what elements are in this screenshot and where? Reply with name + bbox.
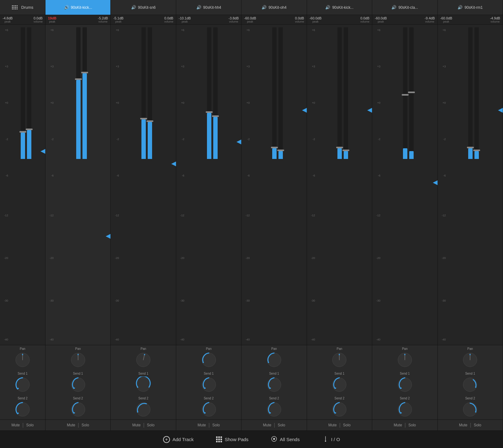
fader-track-ch6-2[interactable] bbox=[409, 27, 414, 159]
fader-fill-drums-2 bbox=[27, 130, 31, 159]
fader-track-ch3-1[interactable] bbox=[207, 27, 211, 159]
mute-solo-ch1: Mute | Solo bbox=[45, 419, 110, 430]
fader-track-ch6-1[interactable] bbox=[403, 27, 407, 159]
pan-arrow-ch3[interactable]: ◀ bbox=[236, 138, 241, 145]
fader-handle-ch7-2[interactable] bbox=[473, 150, 480, 151]
send2-knob-ch6[interactable] bbox=[397, 401, 413, 418]
fader-handle-ch1-1[interactable] bbox=[75, 78, 82, 80]
mute-button-drums[interactable]: Mute bbox=[12, 423, 20, 427]
pan-knob-drums[interactable] bbox=[14, 352, 31, 368]
pan-knob-ch2[interactable] bbox=[135, 352, 151, 368]
fader-handle-ch3-1[interactable] bbox=[206, 111, 213, 113]
mute-button-ch1[interactable]: Mute bbox=[67, 423, 75, 427]
fader-handle-drums-2[interactable] bbox=[26, 129, 33, 130]
pan-arrow-ch4[interactable]: ◀ bbox=[302, 106, 307, 113]
send2-knob-ch7[interactable] bbox=[462, 401, 478, 418]
fader-track-ch7-1[interactable] bbox=[468, 27, 473, 159]
solo-button-ch4[interactable]: Solo bbox=[278, 423, 285, 427]
fader-handle-ch7-1[interactable] bbox=[467, 147, 474, 148]
fader-handle-ch2-2[interactable] bbox=[146, 120, 153, 122]
solo-button-ch3[interactable]: Solo bbox=[212, 423, 220, 427]
channel-header-4[interactable]: 🔊 90sKit-kick... bbox=[307, 0, 372, 15]
send1-knob-ch4[interactable] bbox=[266, 377, 282, 393]
io-button[interactable]: I / O bbox=[317, 433, 345, 445]
send2-knob-ch4[interactable] bbox=[266, 401, 282, 418]
pan-knob-ch3[interactable] bbox=[201, 352, 217, 368]
pan-arrow-drums[interactable]: ◀ bbox=[40, 147, 45, 155]
fader-handle-drums-1[interactable] bbox=[19, 131, 26, 133]
send1-knob-ch2[interactable] bbox=[135, 377, 151, 393]
send1-knob-ch5[interactable] bbox=[331, 377, 347, 393]
fader-track-ch5-2[interactable] bbox=[344, 27, 348, 159]
fader-track-ch2-1[interactable] bbox=[141, 27, 146, 159]
fader-handle-ch1-2[interactable] bbox=[81, 72, 88, 73]
pan-knob-ch6[interactable] bbox=[397, 352, 413, 368]
send2-knob-ch5[interactable] bbox=[331, 401, 347, 418]
pan-knob-ch7[interactable] bbox=[462, 352, 478, 368]
solo-button-ch2[interactable]: Solo bbox=[147, 423, 155, 427]
fader-track-ch1-1[interactable] bbox=[76, 27, 81, 159]
pan-arrow-ch7[interactable]: ◀ bbox=[498, 106, 503, 113]
solo-button-ch7[interactable]: Solo bbox=[474, 423, 481, 427]
fader-track-ch1-2[interactable] bbox=[82, 27, 87, 159]
add-track-button[interactable]: + Add Track bbox=[158, 434, 199, 445]
mute-button-ch5[interactable]: Mute bbox=[328, 423, 337, 427]
send2-section-ch5: Send 2 bbox=[307, 395, 372, 419]
mute-button-ch3[interactable]: Mute bbox=[198, 423, 206, 427]
fader-handle-ch6-1[interactable] bbox=[402, 94, 409, 96]
mute-button-ch7[interactable]: Mute bbox=[459, 423, 468, 427]
fader-track-ch5-1[interactable] bbox=[337, 27, 342, 159]
fader-handle-ch2-1[interactable] bbox=[140, 118, 147, 119]
pan-arrow-ch2[interactable]: ◀ bbox=[171, 160, 176, 167]
fader-track-ch7-2[interactable] bbox=[474, 27, 479, 159]
fader-fill-ch5-2 bbox=[344, 151, 348, 159]
channel-header-6[interactable]: 🔊 90sKit-rm1 bbox=[438, 0, 503, 15]
send2-knob-ch1[interactable] bbox=[70, 401, 86, 418]
fader-track-ch3-2[interactable] bbox=[213, 27, 218, 159]
pan-knob-ch5[interactable] bbox=[331, 352, 347, 368]
mute-button-ch4[interactable]: Mute bbox=[263, 423, 272, 427]
fader-track-ch4-1[interactable] bbox=[272, 27, 277, 159]
fader-track-drums-2[interactable] bbox=[27, 27, 31, 159]
channel-header-5[interactable]: 🔊 90sKit-cla... bbox=[372, 0, 437, 15]
pan-section-ch4: Pan bbox=[241, 345, 306, 370]
mute-button-ch6[interactable]: Mute bbox=[394, 423, 402, 427]
solo-button-ch6[interactable]: Solo bbox=[408, 423, 416, 427]
send1-knob-ch7[interactable] bbox=[462, 377, 478, 393]
fader-handle-ch6-2[interactable] bbox=[408, 92, 415, 93]
drums-header-cell[interactable]: Drums bbox=[0, 0, 45, 15]
fader-handle-ch3-2[interactable] bbox=[212, 115, 219, 117]
mute-button-ch2[interactable]: Mute bbox=[132, 423, 141, 427]
send2-knob-drums[interactable] bbox=[14, 401, 31, 418]
fader-handle-ch5-2[interactable] bbox=[342, 150, 349, 151]
solo-button-drums[interactable]: Solo bbox=[26, 423, 34, 427]
svg-point-14 bbox=[136, 378, 150, 392]
channel-header-2[interactable]: 🔊 90sKit-hh4 bbox=[176, 0, 241, 15]
pan-arrow-ch5[interactable]: ◀ bbox=[367, 106, 372, 113]
fader-track-drums-1[interactable] bbox=[21, 27, 25, 159]
pan-knob-ch1[interactable] bbox=[70, 352, 86, 368]
show-pads-button[interactable]: Show Pads bbox=[211, 434, 253, 445]
fader-handle-ch4-1[interactable] bbox=[271, 147, 278, 148]
pan-arrow-ch6[interactable]: ◀ bbox=[433, 178, 437, 186]
channel-header-0[interactable]: 🔊 90sKit-kick... bbox=[45, 0, 111, 15]
send1-knob-ch1[interactable] bbox=[70, 377, 86, 393]
channel-header-1[interactable]: 🔊 90sKit-sn6 bbox=[111, 0, 176, 15]
fader-track-ch4-2[interactable] bbox=[278, 27, 283, 159]
send1-knob-drums[interactable] bbox=[14, 377, 31, 393]
fader-handle-ch5-1[interactable] bbox=[336, 147, 343, 148]
svg-point-9 bbox=[74, 387, 75, 389]
channel-header-3[interactable]: 🔊 90sKit-oh4 bbox=[241, 0, 307, 15]
solo-button-ch5[interactable]: Solo bbox=[343, 423, 351, 427]
svg-point-10 bbox=[71, 403, 85, 416]
solo-button-ch1[interactable]: Solo bbox=[82, 423, 89, 427]
send2-knob-ch3[interactable] bbox=[201, 401, 217, 418]
fader-handle-ch4-2[interactable] bbox=[277, 150, 284, 151]
send1-knob-ch6[interactable] bbox=[397, 377, 413, 393]
all-sends-button[interactable]: All Sends bbox=[266, 433, 304, 445]
send1-knob-ch3[interactable] bbox=[201, 377, 217, 393]
pan-knob-ch4[interactable] bbox=[266, 352, 282, 368]
pan-arrow-ch1[interactable]: ◀ bbox=[106, 232, 110, 240]
fader-track-ch2-2[interactable] bbox=[148, 27, 152, 159]
send2-knob-ch2[interactable] bbox=[135, 401, 151, 418]
